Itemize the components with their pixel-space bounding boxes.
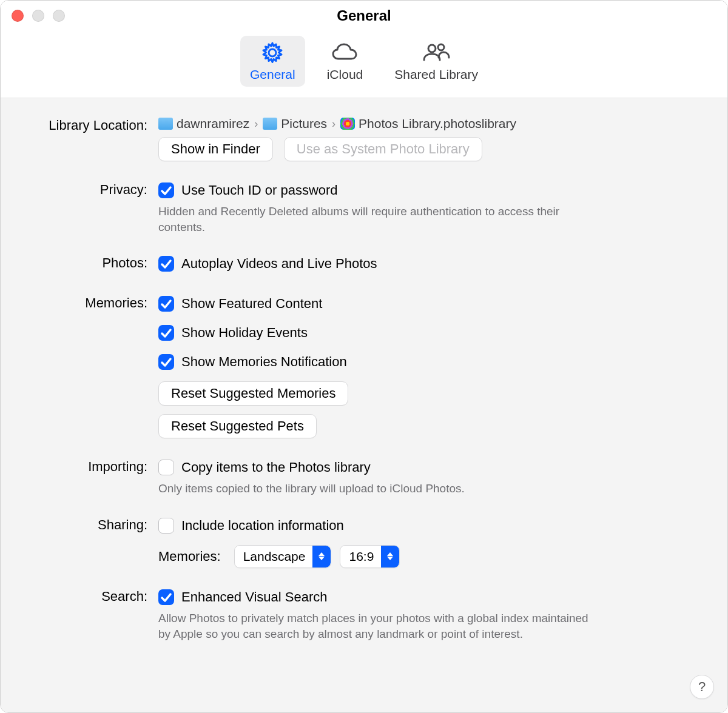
aspect-ratio-select[interactable]: 16:9 — [340, 545, 400, 568]
gear-icon — [260, 39, 285, 66]
svg-point-0 — [269, 49, 276, 56]
breadcrumb-segment[interactable]: Photos Library.photoslibrary — [359, 116, 516, 131]
preferences-toolbar: General iCloud Shar — [1, 31, 727, 98]
preferences-window: General General iCloud — [0, 0, 728, 713]
orientation-value: Landscape — [235, 549, 313, 564]
tab-label: General — [250, 67, 295, 82]
tab-general[interactable]: General — [240, 36, 305, 87]
stepper-icon — [381, 546, 399, 567]
copy-items-label: Copy items to the Photos library — [181, 460, 371, 475]
enhanced-visual-search-checkbox[interactable] — [158, 589, 174, 605]
aspect-ratio-value: 16:9 — [340, 549, 381, 564]
importing-description: Only items copied to the library will up… — [158, 481, 595, 497]
tab-shared-library[interactable]: Shared Library — [385, 36, 488, 87]
traffic-lights — [12, 10, 65, 22]
breadcrumb-segment[interactable]: Pictures — [281, 116, 327, 131]
folder-icon — [263, 118, 277, 130]
cloud-icon — [330, 39, 359, 66]
chevron-right-icon: › — [331, 118, 337, 130]
holiday-events-checkbox[interactable] — [158, 325, 174, 341]
privacy-description: Hidden and Recently Deleted albums will … — [158, 204, 595, 235]
zoom-window-button[interactable] — [53, 10, 65, 22]
people-icon — [420, 39, 452, 66]
sharing-label: Sharing: — [19, 515, 158, 533]
svg-point-2 — [438, 44, 444, 50]
row-importing: Importing: Copy items to the Photos libr… — [19, 457, 691, 497]
sharing-memories-label: Memories: — [158, 549, 221, 564]
library-location-label: Library Location: — [19, 115, 158, 133]
reset-suggested-memories-button[interactable]: Reset Suggested Memories — [158, 381, 348, 406]
reset-suggested-pets-button[interactable]: Reset Suggested Pets — [158, 414, 317, 438]
memories-notification-label: Show Memories Notification — [181, 354, 347, 370]
row-sharing: Sharing: Include location information Me… — [19, 515, 691, 568]
autoplay-label: Autoplay Videos and Live Photos — [181, 256, 377, 272]
autoplay-checkbox[interactable] — [158, 256, 174, 272]
general-pane: Library Location: dawnramirez › Pictures… — [1, 98, 727, 712]
breadcrumb-segment[interactable]: dawnramirez — [177, 116, 249, 131]
photos-label: Photos: — [19, 253, 158, 271]
tab-icloud[interactable]: iCloud — [317, 36, 373, 87]
tab-label: Shared Library — [394, 67, 478, 82]
memories-notification-checkbox[interactable] — [158, 354, 174, 370]
close-window-button[interactable] — [12, 10, 24, 22]
library-path-breadcrumb: dawnramirez › Pictures › Photos Library.… — [158, 116, 691, 131]
include-location-label: Include location information — [181, 518, 344, 534]
minimize-window-button[interactable] — [32, 10, 44, 22]
row-photos: Photos: Autoplay Videos and Live Photos — [19, 253, 691, 275]
memories-label: Memories: — [19, 293, 158, 311]
help-button[interactable]: ? — [690, 675, 714, 699]
holiday-events-label: Show Holiday Events — [181, 325, 308, 341]
row-search: Search: Enhanced Visual Search Allow Pho… — [19, 586, 691, 641]
featured-content-checkbox[interactable] — [158, 296, 174, 312]
touchid-label: Use Touch ID or password — [181, 182, 338, 198]
home-folder-icon — [158, 118, 173, 130]
importing-label: Importing: — [19, 457, 158, 475]
orientation-select[interactable]: Landscape — [234, 545, 332, 568]
featured-content-label: Show Featured Content — [181, 296, 322, 312]
help-icon: ? — [698, 679, 706, 695]
row-library-location: Library Location: dawnramirez › Pictures… — [19, 115, 691, 161]
svg-point-1 — [428, 45, 436, 52]
use-as-system-library-button: Use as System Photo Library — [284, 137, 482, 161]
window-title: General — [337, 7, 391, 24]
show-in-finder-button[interactable]: Show in Finder — [158, 137, 273, 161]
tab-label: iCloud — [327, 67, 363, 82]
enhanced-visual-search-label: Enhanced Visual Search — [181, 589, 328, 605]
chevron-right-icon: › — [253, 118, 259, 130]
row-privacy: Privacy: Use Touch ID or password Hidden… — [19, 179, 691, 235]
copy-items-checkbox[interactable] — [158, 460, 174, 475]
titlebar: General — [1, 1, 727, 31]
stepper-icon — [312, 546, 331, 567]
touchid-checkbox[interactable] — [158, 182, 174, 198]
row-memories: Memories: Show Featured Content Show Hol… — [19, 293, 691, 438]
search-label: Search: — [19, 586, 158, 604]
include-location-checkbox[interactable] — [158, 518, 174, 534]
privacy-label: Privacy: — [19, 179, 158, 198]
search-description: Allow Photos to privately match places i… — [158, 611, 595, 641]
photos-library-icon — [340, 118, 355, 130]
